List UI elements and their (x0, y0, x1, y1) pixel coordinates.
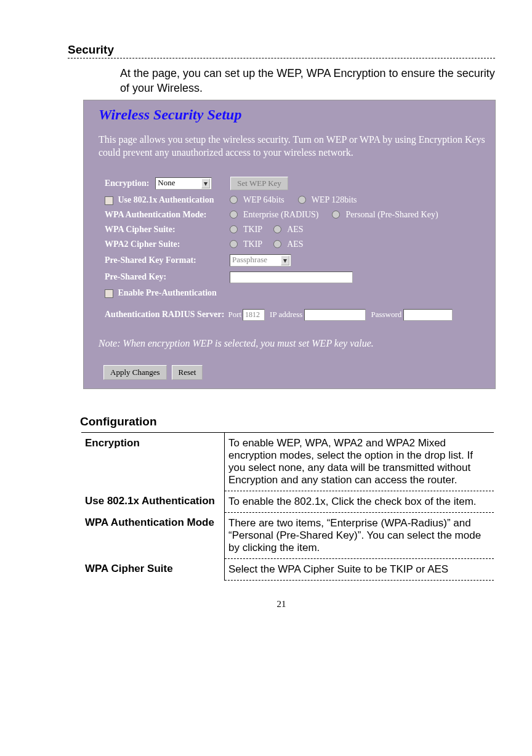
use-8021x-checkbox[interactable] (105, 196, 113, 205)
port-label: Port (228, 310, 241, 320)
configuration-heading: Configuration (80, 415, 495, 428)
ws-title: Wireless Security Setup (99, 107, 486, 123)
config-name: Use 802.1x Authentication (81, 491, 225, 512)
table-row: WPA Cipher Suite Select the WPA Cipher S… (81, 558, 494, 580)
section-heading: Security (68, 43, 495, 57)
personal-label: Personal (Pre-Shared Key) (345, 210, 438, 220)
config-desc: Select the WPA Cipher Suite to be TKIP o… (225, 558, 494, 580)
wpa2-tkip-radio[interactable] (230, 240, 238, 248)
section-divider (68, 58, 495, 58)
table-row: Encryption To enable WEP, WPA, WPA2 and … (81, 432, 494, 491)
wep64-label: WEP 64bits (243, 195, 284, 205)
page-number: 21 (68, 599, 495, 609)
reset-button[interactable]: Reset (172, 365, 203, 380)
wpa2-cipher-label: WPA2 Cipher Suite: (105, 239, 230, 249)
apply-changes-button[interactable]: Apply Changes (103, 365, 167, 380)
enable-preauth-label: Enable Pre-Authentication (118, 288, 217, 297)
config-desc: To enable the 802.1x, Click the check bo… (225, 491, 494, 512)
config-name: WPA Cipher Suite (81, 558, 225, 580)
config-desc: To enable WEP, WPA, WPA2 and WPA2 Mixed … (225, 432, 494, 491)
wep128-label: WEP 128bits (312, 195, 357, 205)
wpa2-aes-radio[interactable] (273, 240, 281, 248)
wpa2-tkip-label: TKIP (243, 239, 262, 249)
psk-format-select[interactable]: Passphrase (230, 254, 291, 267)
ws-description: This page allows you setup the wireless … (99, 133, 486, 159)
wpa-aes-label: AES (287, 225, 303, 235)
set-wep-key-button[interactable]: Set WEP Key (230, 177, 288, 190)
wep-note: Note: When encryption WEP is selected, y… (99, 338, 486, 349)
password-input[interactable] (403, 309, 453, 321)
psk-label: Pre-Shared Key: (105, 272, 230, 282)
wpa-auth-mode-label: WPA Authentication Mode: (105, 210, 230, 220)
port-input[interactable]: 1812 (243, 309, 265, 321)
encryption-select[interactable]: None (155, 177, 212, 190)
use-8021x-label: Use 802.1x Authentication (118, 195, 214, 204)
intro-text: At the page, you can set up the WEP, WPA… (120, 66, 495, 96)
wpa-tkip-radio[interactable] (230, 225, 238, 233)
ip-address-label: IP address (270, 310, 302, 320)
config-desc: There are two items, “Enterprise (WPA-Ra… (225, 512, 494, 558)
wpa-tkip-label: TKIP (243, 225, 262, 235)
wep64-radio[interactable] (230, 196, 238, 204)
config-name: Encryption (81, 432, 225, 491)
psk-format-label: Pre-Shared Key Format: (105, 255, 230, 265)
table-row: Use 802.1x Authentication To enable the … (81, 491, 494, 512)
psk-input[interactable] (230, 271, 353, 283)
wireless-security-screenshot: Wireless Security Setup This page allows… (83, 100, 496, 389)
enable-preauth-checkbox[interactable] (105, 289, 113, 298)
config-name: WPA Authentication Mode (81, 512, 225, 558)
configuration-table: Encryption To enable WEP, WPA, WPA2 and … (81, 432, 494, 581)
password-label: Password (371, 310, 401, 320)
wpa-cipher-label: WPA Cipher Suite: (105, 225, 230, 235)
ip-address-input[interactable] (304, 309, 366, 321)
wpa-aes-radio[interactable] (273, 225, 281, 233)
enterprise-label: Enterprise (RADIUS) (243, 210, 318, 220)
wep128-radio[interactable] (298, 196, 306, 204)
table-row: WPA Authentication Mode There are two it… (81, 512, 494, 558)
encryption-label: Encryption: (105, 179, 149, 188)
wpa2-aes-label: AES (287, 239, 303, 249)
personal-radio[interactable] (332, 211, 340, 219)
radius-server-label: Authentication RADIUS Server: (105, 310, 224, 320)
enterprise-radio[interactable] (230, 211, 238, 219)
